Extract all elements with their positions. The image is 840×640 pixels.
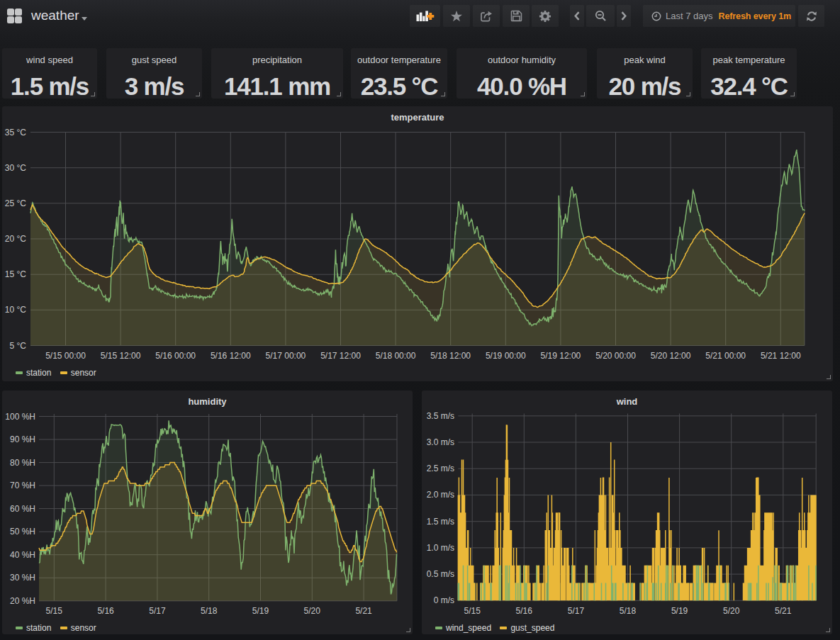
svg-text:5/19: 5/19 [252,606,269,616]
svg-text:5/20: 5/20 [304,606,321,616]
svg-text:5/17: 5/17 [149,606,166,616]
svg-text:5/15 12:00: 5/15 12:00 [101,351,141,361]
svg-text:5/21: 5/21 [355,606,372,616]
svg-text:40 %H: 40 %H [10,550,35,560]
svg-text:2.5 m/s: 2.5 m/s [427,464,454,473]
svg-text:5/20: 5/20 [723,606,740,616]
svg-text:30 %H: 30 %H [10,573,35,583]
svg-text:5/20 00:00: 5/20 00:00 [595,351,636,361]
svg-text:5/21 12:00: 5/21 12:00 [761,351,801,361]
svg-text:5/15 00:00: 5/15 00:00 [45,351,86,361]
svg-text:1.5 m/s: 1.5 m/s [427,517,454,527]
svg-text:100 %H: 100 %H [5,412,35,422]
svg-text:5/16 00:00: 5/16 00:00 [155,351,196,361]
svg-text:5/16: 5/16 [516,606,533,616]
svg-text:5/19 00:00: 5/19 00:00 [486,351,526,361]
svg-text:5/17: 5/17 [568,606,585,616]
svg-text:5/15: 5/15 [464,606,481,616]
svg-text:1.0 m/s: 1.0 m/s [427,543,454,553]
svg-text:3.5 m/s: 3.5 m/s [427,411,454,421]
svg-text:20 °C: 20 °C [5,234,26,244]
svg-text:5/16: 5/16 [97,606,114,616]
svg-text:50 %H: 50 %H [10,527,35,537]
svg-text:2.0 m/s: 2.0 m/s [427,490,454,500]
svg-text:5/15: 5/15 [46,606,63,616]
svg-text:5/20 12:00: 5/20 12:00 [651,351,691,361]
svg-text:5/19 12:00: 5/19 12:00 [541,351,581,361]
svg-text:90 %H: 90 %H [10,434,35,444]
svg-text:5/21: 5/21 [775,606,792,616]
svg-text:0 m/s: 0 m/s [434,595,454,605]
svg-text:5/17 12:00: 5/17 12:00 [320,351,361,361]
svg-text:15 °C: 15 °C [5,269,26,279]
svg-text:30 °C: 30 °C [5,163,26,173]
svg-text:5/18: 5/18 [620,606,637,616]
svg-text:25 °C: 25 °C [5,198,26,208]
svg-text:5 °C: 5 °C [10,341,27,351]
svg-text:5/16 12:00: 5/16 12:00 [211,351,251,361]
svg-text:5/18 00:00: 5/18 00:00 [376,351,416,361]
svg-text:20 %H: 20 %H [10,596,35,606]
svg-text:5/19: 5/19 [671,606,688,616]
svg-text:3.0 m/s: 3.0 m/s [427,437,454,447]
svg-text:5/18: 5/18 [201,606,218,616]
svg-text:70 %H: 70 %H [10,481,35,490]
svg-text:60 %H: 60 %H [10,504,35,514]
svg-text:0.5 m/s: 0.5 m/s [427,569,454,579]
svg-text:80 %H: 80 %H [10,458,35,468]
svg-text:5/21 00:00: 5/21 00:00 [705,351,746,361]
svg-text:5/17 00:00: 5/17 00:00 [266,351,306,361]
svg-text:10 °C: 10 °C [5,305,26,315]
svg-text:35 °C: 35 °C [5,128,26,137]
svg-text:5/18 12:00: 5/18 12:00 [430,351,471,361]
